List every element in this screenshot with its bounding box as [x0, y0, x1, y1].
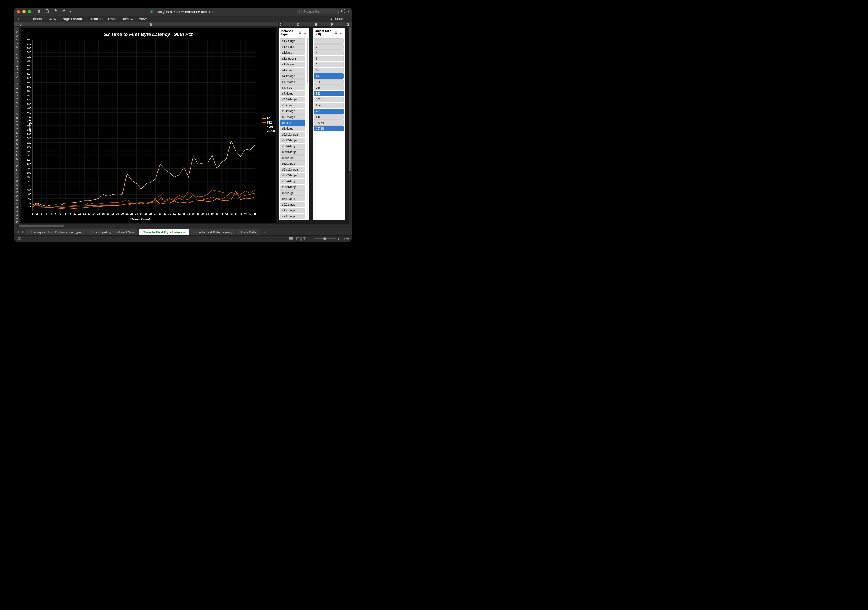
- ribbon-tab-home[interactable]: Home: [18, 17, 28, 21]
- row-header[interactable]: 47: [14, 198, 19, 202]
- slicer-item[interactable]: a1.large: [280, 50, 305, 55]
- slicer-item[interactable]: 8192: [314, 114, 344, 120]
- slicer-item[interactable]: c5.xlarge: [280, 126, 305, 131]
- page-break-view-button[interactable]: [301, 236, 307, 241]
- row-header[interactable]: 11: [14, 64, 19, 68]
- row-header[interactable]: 42: [14, 180, 19, 183]
- row-header[interactable]: 30: [14, 135, 19, 138]
- slicer-item[interactable]: 1: [314, 39, 344, 44]
- feedback-dropdown-icon[interactable]: ▾: [348, 10, 349, 13]
- sheet-tab[interactable]: Time to Last Byte Latency: [190, 229, 237, 236]
- row-header[interactable]: 51: [14, 213, 19, 217]
- ribbon-tab-review[interactable]: Review: [121, 17, 133, 21]
- slicer-item[interactable]: c4.2xlarge: [280, 68, 305, 73]
- select-all-corner[interactable]: [14, 22, 20, 26]
- slicer-item[interactable]: c5n.large: [280, 190, 305, 196]
- ribbon-tab-view[interactable]: View: [139, 17, 147, 21]
- row-header[interactable]: 20: [14, 98, 19, 101]
- slicer-item[interactable]: 32: [314, 68, 344, 73]
- row-header[interactable]: 37: [14, 161, 19, 165]
- slicer-multiselect-icon[interactable]: ☰: [334, 31, 338, 34]
- slicer-item[interactable]: 16384: [314, 120, 344, 126]
- slicer-item[interactable]: a1.xlarge: [280, 62, 305, 67]
- zoom-level[interactable]: 100%: [341, 237, 349, 241]
- slicer-item[interactable]: c5d.large: [280, 155, 305, 161]
- row-header[interactable]: 31: [14, 138, 19, 142]
- slicer-item[interactable]: a1.medium: [280, 56, 305, 61]
- home-icon[interactable]: [37, 9, 41, 14]
- normal-view-button[interactable]: [288, 236, 294, 241]
- sheet-tab[interactable]: Time to First Byte Latency: [139, 229, 189, 236]
- slicer-item[interactable]: 8: [314, 56, 344, 61]
- zoom-slider[interactable]: [313, 238, 336, 239]
- slicer-item[interactable]: c4.large: [280, 85, 305, 90]
- feedback-icon[interactable]: [341, 9, 346, 15]
- search-input[interactable]: Search Sheet: [297, 9, 339, 14]
- slicer-item[interactable]: c5n.18xlarge: [280, 167, 305, 172]
- column-header[interactable]: B: [23, 22, 279, 26]
- slicer-clear-filter-icon[interactable]: ⅄: [303, 31, 307, 34]
- column-header[interactable]: A: [20, 22, 23, 26]
- slicer-item[interactable]: 64: [314, 73, 344, 79]
- row-header[interactable]: 23: [14, 109, 19, 112]
- undo-icon[interactable]: [53, 9, 58, 14]
- slicer-item[interactable]: a1.4xlarge: [280, 44, 305, 50]
- macro-record-icon[interactable]: [17, 236, 22, 241]
- row-header[interactable]: 33: [14, 146, 19, 150]
- row-header[interactable]: 26: [14, 120, 19, 124]
- zoom-out-button[interactable]: −: [310, 237, 312, 241]
- ribbon-collapse-icon[interactable]: ⌄: [346, 17, 348, 20]
- row-header[interactable]: 7: [14, 49, 19, 53]
- column-header[interactable]: E: [315, 22, 318, 26]
- ribbon-tab-insert[interactable]: Insert: [33, 17, 42, 21]
- slicer-item[interactable]: c5n.9xlarge: [280, 185, 305, 190]
- slicer-item[interactable]: c4.8xlarge: [280, 79, 305, 85]
- row-header[interactable]: 32: [14, 142, 19, 146]
- redo-icon[interactable]: [62, 9, 66, 14]
- chart-object[interactable]: S3 Time to First Byte Latency - 90th Pct…: [20, 28, 276, 223]
- column-header[interactable]: G: [346, 22, 350, 26]
- row-header[interactable]: 19: [14, 94, 19, 98]
- sheet-tab[interactable]: Throughput by EC2 Instance Type: [26, 229, 85, 236]
- slicer-item[interactable]: c4.4xlarge: [280, 73, 305, 79]
- add-sheet-button[interactable]: +: [261, 230, 269, 235]
- slicer-item[interactable]: c5n.4xlarge: [280, 178, 305, 184]
- row-header[interactable]: 29: [14, 131, 19, 135]
- slicer-item[interactable]: c5.9xlarge: [280, 114, 305, 120]
- slicer-item[interactable]: 256: [314, 85, 344, 90]
- cells-area[interactable]: S3 Time to First Byte Latency - 90th Pct…: [20, 27, 352, 224]
- slicer-item[interactable]: c5d.18xlarge: [280, 132, 305, 137]
- row-header[interactable]: 4: [14, 38, 19, 42]
- column-header[interactable]: C: [279, 22, 283, 26]
- row-header[interactable]: 13: [14, 71, 19, 75]
- scrollbar-thumb[interactable]: [20, 225, 64, 227]
- row-header[interactable]: 2: [14, 30, 19, 34]
- ribbon-tab-data[interactable]: Data: [108, 17, 116, 21]
- row-header[interactable]: 22: [14, 105, 19, 109]
- row-header[interactable]: 41: [14, 176, 19, 180]
- slicer-item[interactable]: c5n.2xlarge: [280, 173, 305, 178]
- row-header[interactable]: 5: [14, 42, 19, 45]
- slicer-item[interactable]: 512: [314, 91, 344, 96]
- row-header[interactable]: 3: [14, 34, 19, 38]
- zoom-in-button[interactable]: +: [338, 237, 339, 241]
- slicer-item[interactable]: c5n.xlarge: [280, 196, 305, 202]
- slicer-item[interactable]: c5d.2xlarge: [280, 138, 305, 143]
- minimize-window-button[interactable]: [22, 10, 26, 13]
- slicer-item[interactable]: c5d.4xlarge: [280, 144, 305, 149]
- slicer-item[interactable]: c5.18xlarge: [280, 97, 305, 102]
- worksheet[interactable]: 1234567891011121314151617181920212223242…: [14, 27, 352, 224]
- page-layout-view-button[interactable]: [294, 236, 301, 241]
- row-header[interactable]: 14: [14, 75, 19, 79]
- slicer-item[interactable]: 2: [314, 44, 344, 50]
- row-header[interactable]: 28: [14, 127, 19, 131]
- slicer-item[interactable]: d2.xlarge: [280, 220, 305, 220]
- row-header[interactable]: 24: [14, 112, 19, 116]
- slicer-item[interactable]: 32768: [314, 126, 344, 131]
- ribbon-tab-page-layout[interactable]: Page Layout: [62, 17, 82, 21]
- row-header[interactable]: 48: [14, 202, 19, 205]
- slicer-item[interactable]: c5.2xlarge: [280, 103, 305, 108]
- slicer-item[interactable]: 16: [314, 62, 344, 67]
- row-header[interactable]: 49: [14, 206, 19, 209]
- row-header[interactable]: 39: [14, 168, 19, 172]
